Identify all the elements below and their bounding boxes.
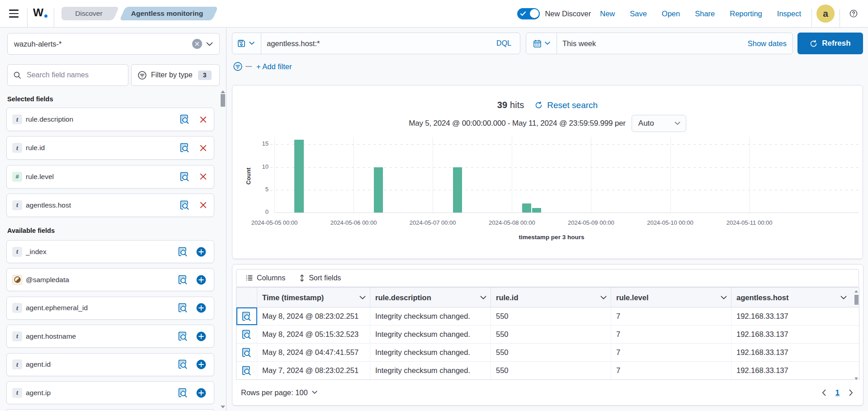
gridline [274, 137, 275, 213]
table-row-0[interactable]: May 8, 2024 @ 08:23:02.251Integrity chec… [236, 307, 859, 326]
nav-links: NewSaveOpenShareReportingInspect [600, 9, 801, 18]
query-input[interactable]: agentless.host:* DQL [261, 33, 520, 54]
table-row-1[interactable]: May 8, 2024 @ 05:15:32.523Integrity chec… [236, 326, 859, 344]
table-scrollbar[interactable] [854, 295, 859, 305]
nav-link-open[interactable]: Open [662, 9, 680, 18]
add-field-icon[interactable] [196, 331, 206, 341]
cell-0-2: 550 [491, 307, 611, 325]
table-scrollbar-down[interactable] [854, 378, 858, 380]
gridline [670, 137, 671, 213]
add-filter-button[interactable]: + Add filter [256, 62, 292, 71]
field-details-icon[interactable] [180, 172, 189, 182]
nav-link-share[interactable]: Share [695, 9, 715, 18]
nav-link-reporting[interactable]: Reporting [730, 9, 762, 18]
tab-discover[interactable]: Discover [61, 7, 116, 20]
field-details-icon[interactable] [180, 114, 189, 124]
remove-field-icon[interactable] [200, 116, 207, 123]
results-table-panel: Columns Sort fields Time (timestamp) rul… [232, 264, 863, 406]
menu-bar [9, 13, 19, 14]
expand-document-button[interactable] [236, 362, 257, 379]
next-page-button[interactable] [849, 389, 853, 396]
scrollbar-up-arrow[interactable] [221, 90, 225, 93]
column-header-0[interactable]: Time (timestamp) [257, 288, 370, 307]
search-field-names-input[interactable]: Search field names [7, 64, 128, 86]
field-item-agent.ip[interactable]: t agent.ip [6, 381, 214, 404]
column-header-2[interactable]: rule.id [491, 288, 611, 307]
field-item-agent.ephemeral_id[interactable]: t agent.ephemeral_id [6, 297, 214, 320]
nav-link-save[interactable]: Save [630, 9, 647, 18]
column-header-1[interactable]: rule.description [370, 288, 491, 307]
field-details-icon[interactable] [178, 388, 188, 398]
date-quick-select-button[interactable] [526, 33, 557, 54]
add-field-icon[interactable] [196, 275, 206, 285]
expand-document-button[interactable] [236, 344, 257, 361]
rows-per-page-button[interactable]: Rows per page: 100 [241, 388, 317, 397]
chevron-down-icon [312, 391, 317, 394]
field-details-icon[interactable] [178, 303, 188, 313]
columns-icon [246, 275, 253, 281]
field-item-rule.description[interactable]: t rule.description [6, 108, 214, 131]
previous-page-button[interactable] [822, 389, 826, 396]
add-field-icon[interactable] [196, 359, 206, 369]
help-icon[interactable] [849, 9, 858, 18]
nav-link-inspect[interactable]: Inspect [777, 9, 801, 18]
time-range-value[interactable]: This week [562, 39, 748, 48]
remove-field-icon[interactable] [200, 202, 207, 208]
filter-options-icon[interactable] [233, 62, 242, 71]
add-field-icon[interactable] [196, 388, 206, 398]
saved-query-menu-button[interactable] [232, 33, 261, 54]
remove-field-icon[interactable] [200, 173, 207, 180]
histogram-chart[interactable]: Count0510152024-05-05 00:002024-05-06 00… [232, 85, 863, 260]
sort-icon [299, 274, 305, 282]
table-row-3[interactable]: May 7, 2024 @ 08:23:02.251Integrity chec… [236, 362, 859, 380]
refresh-button[interactable]: Refresh [797, 33, 863, 54]
query-text: agentless.host:* [267, 39, 496, 48]
page-number[interactable]: 1 [835, 388, 840, 397]
histogram-bar[interactable] [294, 140, 304, 213]
avatar[interactable]: a [816, 5, 835, 23]
expand-document-button[interactable] [236, 326, 257, 343]
add-field-icon[interactable] [196, 303, 206, 313]
table-scrollbar-up[interactable] [854, 290, 858, 293]
menu-icon[interactable] [9, 7, 21, 20]
histogram-bar[interactable] [532, 208, 542, 213]
sort-fields-button[interactable]: Sort fields [299, 274, 341, 282]
field-details-icon[interactable] [178, 247, 188, 257]
sidebar-scrollbar[interactable] [221, 94, 225, 107]
field-item-_index[interactable]: t _index [6, 240, 214, 263]
new-discover-toggle[interactable] [517, 8, 540, 19]
column-header-4[interactable]: agentless.host [731, 288, 859, 307]
scrollbar-down-arrow[interactable] [221, 406, 225, 408]
field-details-icon[interactable] [180, 143, 189, 153]
show-dates-button[interactable]: Show dates [748, 39, 787, 48]
field-item-rule.id[interactable]: t rule.id [6, 136, 214, 160]
histogram-bar[interactable] [522, 203, 532, 213]
query-language-button[interactable]: DQL [496, 39, 511, 47]
gridline [433, 137, 433, 213]
histogram-bar[interactable] [374, 167, 383, 213]
add-field-icon[interactable] [196, 247, 206, 257]
table-toolbar: Columns Sort fields [236, 269, 859, 287]
field-item-agentless.host[interactable]: t agentless.host [6, 194, 214, 217]
expand-document-button[interactable] [236, 307, 257, 325]
field-details-icon[interactable] [178, 275, 188, 285]
columns-button[interactable]: Columns [246, 274, 285, 282]
field-details-icon[interactable] [178, 331, 188, 341]
wazuh-logo[interactable]: W [33, 6, 49, 21]
nav-link-new[interactable]: New [600, 9, 615, 18]
table-row-2[interactable]: May 8, 2024 @ 04:47:41.557Integrity chec… [236, 344, 859, 362]
remove-field-icon[interactable] [200, 145, 207, 151]
field-item-rule.level[interactable]: # rule.level [6, 165, 214, 189]
clear-index-icon[interactable] [192, 39, 202, 49]
cell-2-0: May 8, 2024 @ 04:47:41.557 [257, 344, 370, 361]
field-item-agent.hostname[interactable]: t agent.hostname [6, 325, 214, 348]
tab-agentless-monitoring[interactable]: Agentless monitoring [119, 7, 215, 20]
field-details-icon[interactable] [180, 200, 189, 210]
field-item-@sampledata[interactable]: @sampledata [6, 268, 214, 291]
field-details-icon[interactable] [178, 359, 188, 369]
index-pattern-select[interactable]: wazuh-alerts-* [7, 33, 220, 55]
histogram-bar[interactable] [453, 167, 462, 213]
column-header-3[interactable]: rule.level [611, 288, 731, 307]
filter-by-type-button[interactable]: Filter by type 3 [131, 64, 220, 86]
field-item-agent.id[interactable]: t agent.id [6, 353, 214, 376]
